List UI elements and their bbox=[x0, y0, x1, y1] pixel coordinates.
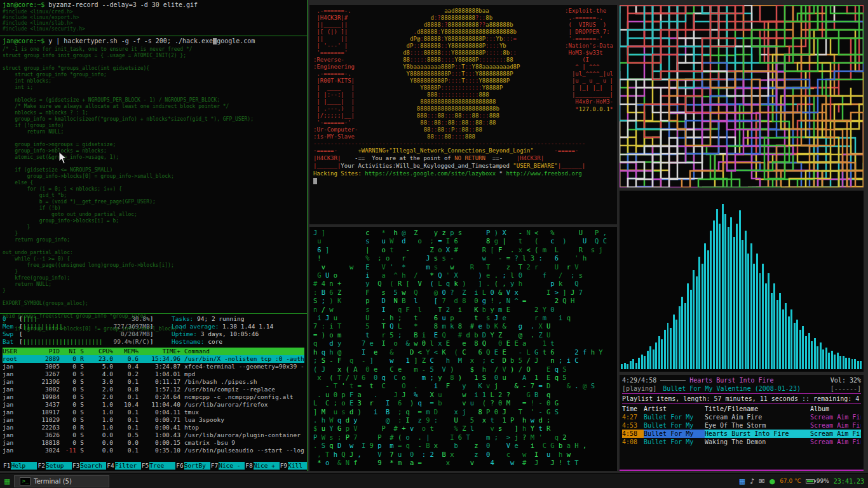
visualizer-bar bbox=[632, 359, 634, 369]
visualizer-bar bbox=[747, 254, 749, 369]
playlist-track-row[interactable]: 4:58Bullet For MyHearts Burst Into FireS… bbox=[622, 430, 861, 438]
visualizer-bar bbox=[765, 283, 767, 369]
fkey-tree[interactable]: F5Tree bbox=[141, 462, 175, 470]
clock[interactable]: 23:41.23 bbox=[834, 478, 864, 485]
visualizer-bar bbox=[724, 214, 726, 369]
visualizer-bar bbox=[814, 338, 816, 369]
visualizer-bar bbox=[627, 364, 628, 369]
column-header[interactable]: PID bbox=[31, 348, 60, 355]
htop-stat-line: Tasks: 94; 2 running bbox=[172, 315, 304, 323]
fkey-nice-[interactable]: F8Nice + bbox=[245, 462, 279, 470]
process-row[interactable]: jan213960S3.00.10:11.17/bin/bash ./pipes… bbox=[3, 378, 304, 386]
volume-icon[interactable]: ♪ bbox=[750, 477, 754, 485]
process-row[interactable]: jan110290S1.00.10:00.71lua 3spooky bbox=[3, 416, 304, 424]
process-table-header[interactable]: USERPIDNISCPU%MEM%TIME+Command bbox=[3, 348, 304, 355]
visualizer-bar bbox=[667, 323, 669, 369]
pipe-path bbox=[669, 64, 793, 187]
visualizer-bar bbox=[638, 358, 640, 369]
window-list-button[interactable]: >_ Terminal (5) bbox=[14, 475, 109, 487]
visualizer-bar bbox=[768, 273, 770, 369]
playlist-track-row[interactable]: 4:27Bullet For MyScream Aim FireScream A… bbox=[622, 413, 861, 421]
visualizer-bar bbox=[776, 300, 778, 369]
visualizer-bar bbox=[808, 333, 810, 369]
pager-icon[interactable]: ▦ bbox=[4, 477, 10, 485]
playlist-divider bbox=[622, 393, 861, 394]
pipes-window[interactable] bbox=[620, 5, 864, 187]
process-row[interactable]: jan36260S0.00.51:00.43/usr/lib/aurora/pl… bbox=[3, 431, 304, 439]
playlist-divider bbox=[622, 403, 861, 404]
progress-indicator[interactable]: [------] bbox=[831, 384, 861, 393]
process-row[interactable]: jan32670S4.00.21:04.01mpd bbox=[3, 370, 304, 378]
process-row[interactable]: jan199840S2.00.10:24.64ncmpcpp -c .ncmpc… bbox=[3, 393, 304, 401]
volume-indicator[interactable]: Vol: 32% bbox=[831, 376, 861, 384]
visualizer-bar bbox=[851, 359, 853, 369]
visualizer-bar bbox=[822, 349, 824, 369]
hackertyper-pane[interactable]: jan@core:~$ y | hackertyper.sh -g -f -s … bbox=[0, 36, 307, 313]
fkey-help[interactable]: F1Help bbox=[3, 462, 37, 470]
hacker-art-window[interactable]: .-======-. |H4CK3R|# ||_____|| |[ (|) ]|… bbox=[309, 5, 617, 224]
playlist-column-header[interactable]: Album bbox=[810, 405, 861, 413]
playlist-track-row[interactable]: 4:08Bullet For MyWaking The DemonScream … bbox=[622, 438, 861, 446]
playlist-track-row[interactable]: 4:53Bullet For MyEye Of The StormScream … bbox=[622, 421, 861, 430]
visualizer-bar bbox=[794, 323, 796, 369]
hacker-left-column: .-======-. |H4CK3R|# ||_____|| |[ (|) ]|… bbox=[313, 8, 358, 140]
fkey-setup[interactable]: F2Setup bbox=[37, 462, 71, 470]
process-row[interactable]: jan189170S1.00.10:04.11tmux bbox=[3, 409, 304, 416]
process-row[interactable]: jan34370S1.010.411:04.40/usr/lib/aurora/… bbox=[3, 401, 304, 409]
mail-icon[interactable]: ✉ bbox=[759, 477, 764, 485]
shell-pane[interactable]: jan@core:~$ byzanz-record --delay=3 -d 3… bbox=[0, 0, 307, 36]
htop-pane[interactable]: 0[||||30.8%]Mem[|||||||||||727/3697MB]Sw… bbox=[0, 314, 307, 471]
visualizer-bar bbox=[687, 283, 689, 369]
column-header[interactable]: MEM% bbox=[113, 348, 139, 355]
process-row[interactable]: root28890R23.00.615:34.96/usr/bin/X -nol… bbox=[3, 355, 304, 363]
visualizer-bar bbox=[693, 270, 695, 369]
column-header[interactable]: TIME+ bbox=[139, 348, 180, 355]
fkey-kill[interactable]: F9Kill bbox=[280, 462, 308, 470]
visualizer-bar bbox=[854, 359, 856, 369]
process-row[interactable]: jan222630R1.00.10:00.41htop bbox=[3, 424, 304, 431]
column-header[interactable]: USER bbox=[3, 348, 31, 355]
visualizer-bar bbox=[788, 316, 790, 369]
cmatrix-window[interactable]: J ] c * h @ Z y z p s P ) X - N < % U P … bbox=[309, 227, 617, 471]
process-row[interactable]: jan3024-11S0.00.10:35.10/usr/bin/pulseau… bbox=[3, 447, 304, 454]
include-lines: #include <linux/cred.h> #include <linux/… bbox=[3, 9, 304, 32]
warning-divider: ----------------------------------------… bbox=[313, 140, 613, 147]
battery-indicator[interactable]: 99% bbox=[806, 478, 829, 484]
now-playing-title: Hearts Burst Into Fire bbox=[689, 376, 773, 384]
column-header[interactable]: Command bbox=[180, 348, 304, 355]
visualizer-bar bbox=[635, 363, 637, 369]
visualizer-bar bbox=[658, 336, 660, 369]
playlist-column-header[interactable]: Artist bbox=[644, 405, 705, 413]
process-row[interactable]: jan188180S0.00.00:00.15cmatrix -bsu 9 bbox=[3, 439, 304, 447]
htop-function-keys: F1HelpF2SetupF3SearchF4FilterF5TreeF6Sor… bbox=[3, 462, 304, 470]
temperature-readout[interactable]: 67.0 °C bbox=[780, 478, 801, 484]
warning-line: |H4CK3R| -== You are at the point of NO … bbox=[313, 154, 613, 162]
process-row[interactable]: jan30050S5.00.43:24.87xfce4-terminal --g… bbox=[3, 363, 304, 370]
column-header[interactable]: NI bbox=[60, 348, 76, 355]
column-header[interactable]: CPU% bbox=[88, 348, 113, 355]
playlist-column-header[interactable]: Time bbox=[622, 405, 644, 413]
visualizer-window[interactable] bbox=[620, 191, 864, 372]
visualizer-bar bbox=[811, 341, 813, 369]
htop-meter: 0[||||30.8%] bbox=[3, 315, 163, 323]
visualizer-bar bbox=[730, 217, 732, 369]
process-row[interactable]: jan30020S2.00.81:57.12/usr/bin/compiz --… bbox=[3, 386, 304, 393]
playlist-column-header[interactable]: Title/Filename bbox=[705, 405, 810, 413]
shell-prompt: jan@core:~$ bbox=[3, 37, 44, 44]
network-icon[interactable]: ▦ bbox=[739, 477, 745, 485]
terminal-icon: >_ bbox=[20, 477, 31, 485]
fkey-search[interactable]: F3Search bbox=[72, 462, 106, 470]
visualizer-bar bbox=[837, 353, 839, 369]
music-player-window[interactable]: 4:29/4:58 Hearts Burst Into Fire Vol: 32… bbox=[620, 375, 864, 471]
battery-percent: 99% bbox=[817, 478, 829, 484]
fkey-nice-[interactable]: F7Nice - bbox=[210, 462, 245, 470]
htop-stat-line: Uptime: 3 days, 10:05:46 bbox=[172, 330, 304, 338]
terminal-left-window[interactable]: jan@core:~$ byzanz-record --delay=3 -d 3… bbox=[0, 0, 308, 471]
fkey-filter[interactable]: F4Filter bbox=[106, 462, 140, 470]
fkey-sortby[interactable]: F6SortBy bbox=[175, 462, 210, 470]
column-header[interactable]: S bbox=[76, 348, 88, 355]
system-tray: ▦♪✉● 67.0 °C 99% 23:41.23 bbox=[739, 477, 868, 485]
visualizer-bar bbox=[647, 351, 649, 369]
visualizer-bar bbox=[831, 351, 833, 369]
power-icon[interactable]: ● bbox=[770, 477, 776, 485]
